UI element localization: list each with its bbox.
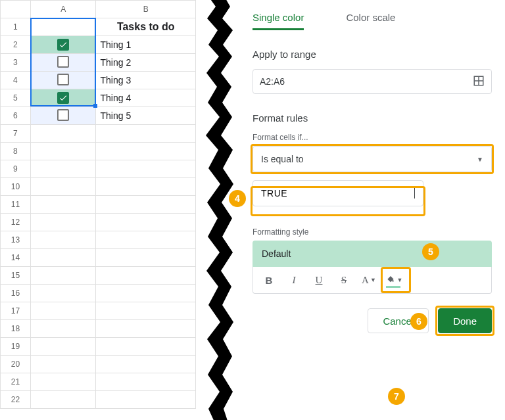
cell[interactable]: Thing 4 [96, 89, 196, 107]
row-header[interactable]: 6 [1, 107, 31, 125]
checkbox-cell[interactable] [30, 54, 96, 72]
tab-color-scale[interactable]: Color scale [346, 12, 395, 30]
fill-color-button[interactable]: ▼ [385, 271, 403, 289]
row-header[interactable]: 1 [1, 18, 31, 36]
col-header-A[interactable]: A [30, 1, 96, 18]
row-header[interactable]: 21 [1, 373, 31, 391]
cell[interactable] [96, 231, 196, 249]
underline-button[interactable]: U [310, 271, 328, 289]
cell[interactable] [96, 338, 196, 356]
cell[interactable] [30, 249, 96, 267]
row-header[interactable]: 4 [1, 72, 31, 89]
grid-icon[interactable] [473, 75, 485, 89]
italic-button[interactable]: I [285, 271, 303, 289]
row-header[interactable]: 10 [1, 178, 31, 196]
cell[interactable]: Thing 2 [96, 54, 196, 72]
cell[interactable] [96, 302, 196, 320]
checkbox[interactable] [57, 56, 69, 68]
row-header[interactable]: 20 [1, 356, 31, 373]
cell[interactable] [30, 320, 96, 338]
conditional-format-panel: Single color Color scale Apply to range … [242, 0, 505, 420]
cell[interactable]: Thing 3 [96, 72, 196, 89]
row-header[interactable]: 13 [1, 231, 31, 249]
cell[interactable] [96, 267, 196, 285]
cell[interactable] [30, 285, 96, 302]
row-header[interactable]: 9 [1, 160, 31, 178]
apply-range-label: Apply to range [252, 49, 492, 60]
checkbox[interactable] [57, 92, 69, 104]
cell[interactable] [30, 231, 96, 249]
row-header[interactable]: 5 [1, 89, 31, 107]
cell[interactable] [96, 196, 196, 214]
row-header[interactable]: 19 [1, 338, 31, 356]
style-label: Formatting style [252, 227, 492, 237]
checkbox-cell[interactable] [30, 107, 96, 125]
cell[interactable] [96, 320, 196, 338]
row-header[interactable]: 12 [1, 214, 31, 231]
cell[interactable] [96, 143, 196, 160]
format-toolbar: B I U S A▼ ▼ [252, 267, 492, 294]
checkbox-cell[interactable] [30, 89, 96, 107]
cell[interactable] [96, 125, 196, 143]
cell[interactable] [96, 285, 196, 302]
condition-label: Format cells if... [252, 133, 492, 142]
row-header[interactable]: 18 [1, 320, 31, 338]
tab-single-color[interactable]: Single color [252, 12, 304, 30]
cell[interactable] [30, 302, 96, 320]
cell[interactable] [30, 178, 96, 196]
value-input[interactable] [261, 188, 415, 198]
cell[interactable] [96, 391, 196, 409]
panel-tabs: Single color Color scale [252, 12, 492, 30]
cell[interactable] [96, 249, 196, 267]
cell[interactable]: Thing 1 [96, 36, 196, 54]
header-cell[interactable]: Tasks to do [96, 18, 196, 36]
cell[interactable] [30, 373, 96, 391]
row-header[interactable]: 17 [1, 302, 31, 320]
cancel-button[interactable]: Cancel [368, 308, 429, 333]
torn-divider [196, 0, 242, 420]
corner-cell[interactable] [1, 1, 31, 18]
range-input-group[interactable] [252, 69, 492, 94]
value-input-wrap[interactable] [252, 180, 423, 206]
row-header[interactable]: 3 [1, 54, 31, 72]
row-header[interactable]: 8 [1, 143, 31, 160]
cell[interactable] [96, 373, 196, 391]
cell[interactable] [96, 160, 196, 178]
row-header[interactable]: 11 [1, 196, 31, 214]
checkbox[interactable] [57, 109, 69, 121]
cell[interactable] [30, 18, 96, 36]
cell[interactable] [30, 160, 96, 178]
cell[interactable] [30, 267, 96, 285]
chevron-down-icon: ▼ [477, 156, 483, 163]
style-preview[interactable]: Default [252, 241, 492, 267]
row-header[interactable]: 7 [1, 125, 31, 143]
condition-select[interactable]: Is equal to ▼ [252, 146, 492, 172]
row-header[interactable]: 14 [1, 249, 31, 267]
cell[interactable] [96, 214, 196, 231]
row-header[interactable]: 2 [1, 36, 31, 54]
grid[interactable]: A B 1Tasks to do2Thing 13Thing 24Thing 3… [0, 0, 196, 409]
cell[interactable] [30, 356, 96, 373]
cell[interactable]: Thing 5 [96, 107, 196, 125]
cell[interactable] [30, 391, 96, 409]
checkbox[interactable] [57, 74, 69, 85]
cell[interactable] [30, 214, 96, 231]
row-header[interactable]: 22 [1, 391, 31, 409]
strike-button[interactable]: S [335, 271, 353, 289]
cell[interactable] [30, 143, 96, 160]
done-button[interactable]: Done [438, 308, 492, 333]
checkbox[interactable] [57, 39, 69, 51]
col-header-B[interactable]: B [96, 1, 196, 18]
cell[interactable] [96, 178, 196, 196]
cell[interactable] [30, 125, 96, 143]
bold-button[interactable]: B [260, 271, 278, 289]
checkbox-cell[interactable] [30, 36, 96, 54]
checkbox-cell[interactable] [30, 72, 96, 89]
cell[interactable] [30, 338, 96, 356]
range-input[interactable] [260, 76, 473, 87]
cell[interactable] [96, 356, 196, 373]
cell[interactable] [30, 196, 96, 214]
text-color-button[interactable]: A▼ [360, 271, 378, 289]
row-header[interactable]: 16 [1, 285, 31, 302]
row-header[interactable]: 15 [1, 267, 31, 285]
